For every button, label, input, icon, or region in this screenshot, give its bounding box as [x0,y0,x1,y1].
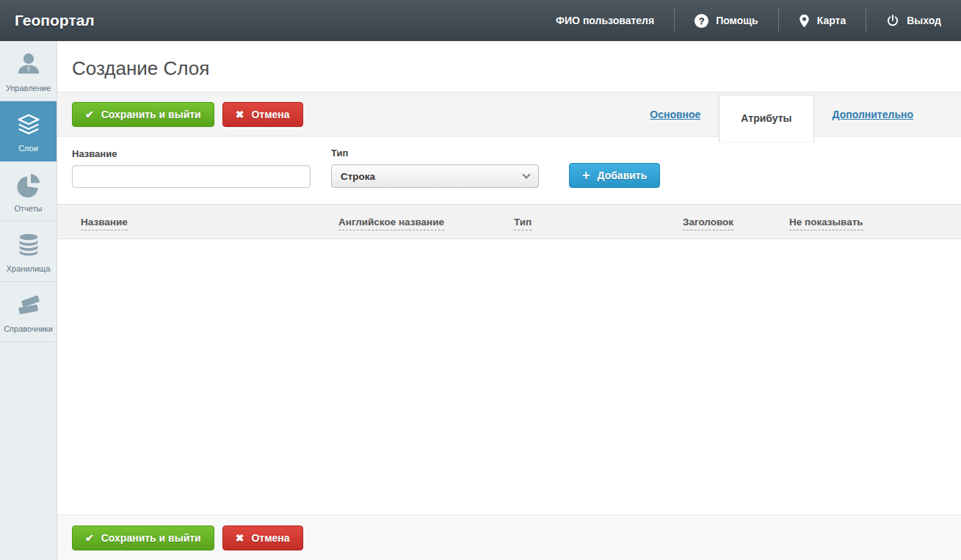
cancel-label: Отмена [251,109,289,120]
column-header-hide: Не показывать [789,217,961,228]
attribute-form: Название Тип Строка + Добавить [57,137,961,188]
app-logo[interactable]: Геопортал [0,0,109,41]
user-menu[interactable]: ФИО пользователя [536,0,674,41]
check-icon: ✔ [85,532,94,544]
sidebar-item-label: Слои [18,144,38,153]
sidebar-item-reports[interactable]: Отчеты [0,161,57,222]
pie-chart-icon [15,171,43,199]
column-header-title: Заголовок [683,217,789,228]
help-button[interactable]: ? Помощь [675,0,778,41]
map-pin-icon [799,14,810,28]
main-content: Создание Слоя ✔ Сохранить и выйти ✖ Отме… [57,41,961,560]
column-header-english-name: Английское название [338,217,514,228]
books-icon [15,291,43,319]
sidebar-item-label: Отчеты [14,204,42,213]
column-header-link[interactable]: Английское название [338,217,444,230]
cancel-button-bottom[interactable]: ✖ Отмена [222,526,303,550]
cancel-label: Отмена [251,532,289,544]
tab-additional[interactable]: Дополнительно [814,92,932,136]
column-header-link[interactable]: Название [81,217,128,230]
page-title: Создание Слоя [72,57,946,80]
help-icon: ? [695,14,708,28]
logout-label: Выход [907,15,941,26]
map-label: Карта [817,15,846,26]
tab-attributes[interactable]: Атрибуты [719,95,813,142]
logout-button[interactable]: Выход [866,0,961,41]
database-icon [15,231,43,259]
column-header-type: Тип [514,217,683,228]
add-attribute-button[interactable]: + Добавить [569,163,660,188]
chevron-down-icon [522,170,530,178]
page-header: Создание Слоя [57,41,961,92]
name-input[interactable] [72,165,311,188]
type-label: Тип [331,148,539,159]
type-select-value: Строка [341,171,375,182]
cross-icon: ✖ [236,532,244,544]
user-name-label: ФИО пользователя [556,15,654,26]
sidebar-item-layers[interactable]: Слои [0,101,57,161]
sidebar-item-storage[interactable]: Хранилища [0,222,57,282]
save-exit-button[interactable]: ✔ Сохранить и выйти [72,102,214,127]
top-navbar: Геопортал ФИО пользователя ? Помощь Карт… [0,0,961,41]
sidebar-item-management[interactable]: Управление [0,41,57,101]
power-icon [886,14,899,27]
cancel-button[interactable]: ✖ Отмена [222,102,303,127]
sidebar-item-label: Справочники [4,324,53,333]
column-header-name: Название [81,217,338,228]
type-select[interactable]: Строка [331,164,539,188]
layers-icon [15,111,43,139]
sidebar-item-label: Хранилища [7,264,51,273]
plus-icon: + [582,169,590,182]
type-field-group: Тип Строка [331,148,539,188]
help-label: Помощь [716,15,758,26]
name-label: Название [72,148,311,159]
tab-bar: Основное Атрибуты Дополнительно [631,92,932,136]
tab-main[interactable]: Основное [631,92,719,136]
save-exit-label: Сохранить и выйти [101,109,201,120]
toolbar: ✔ Сохранить и выйти ✖ Отмена Основное Ат… [57,92,961,137]
save-exit-button-bottom[interactable]: ✔ Сохранить и выйти [72,526,214,550]
save-exit-label: Сохранить и выйти [101,532,201,544]
cross-icon: ✖ [236,109,244,120]
sidebar: Управление Слои Отчеты Хранил [0,41,57,560]
column-header-link[interactable]: Заголовок [683,217,733,230]
attributes-table-header: Название Английское название Тип Заголов… [57,204,961,239]
map-button[interactable]: Карта [779,0,866,41]
column-header-link[interactable]: Не показывать [789,217,863,230]
add-label: Добавить [598,170,648,181]
check-icon: ✔ [85,109,94,120]
sidebar-item-directories[interactable]: Справочники [0,282,57,342]
column-header-link[interactable]: Тип [514,217,532,230]
user-icon [15,51,43,79]
name-field-group: Название [72,148,311,188]
navbar-right: ФИО пользователя ? Помощь Карта Выход [536,0,961,41]
attributes-table-body [57,239,961,514]
footer-toolbar: ✔ Сохранить и выйти ✖ Отмена [57,514,961,560]
sidebar-item-label: Управление [6,84,51,92]
